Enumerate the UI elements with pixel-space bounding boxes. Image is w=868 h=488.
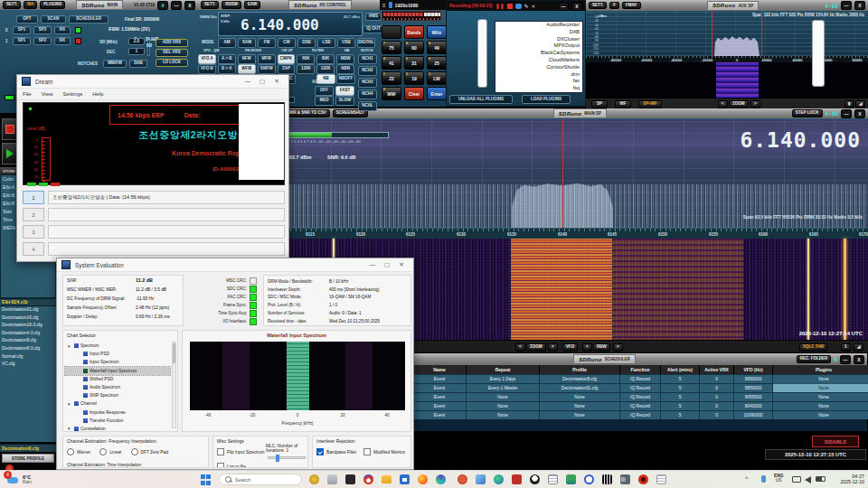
scheduler-cell[interactable]: 5850000 [734,383,773,392]
exw-button[interactable]: EXW [244,1,260,9]
resize-handle-icon[interactable]: ◢ [855,100,865,108]
scheduler-header-cell[interactable]: Profile [540,365,620,374]
tray-expand-chevron-icon[interactable]: ^ [745,475,748,482]
minimize-button[interactable]: — [840,355,851,364]
squelch-threshold-button[interactable]: SQLC THR [799,343,827,352]
pin-icon[interactable] [389,2,392,8]
checkbox-icon[interactable] [217,448,224,455]
agc-button[interactable]: MED [315,96,334,106]
agc-button[interactable]: SLOW [335,96,354,106]
language-switcher[interactable]: ENG US [774,474,783,483]
mode-button[interactable]: SAM [238,38,256,48]
scheduler-cell[interactable]: Event [413,383,467,392]
aux-spectrum[interactable]: dBm -30-40-50-60-70-80-90-100-110-120 Sp… [586,11,868,56]
mlc-slider[interactable] [268,456,306,459]
barcode-tray-icon[interactable] [602,474,612,484]
close-icon[interactable]: X [854,355,864,364]
frequency-display[interactable]: STEP: 5 kHz 6.140.000 -82.7 dBm [218,12,363,36]
tuner-tray-icon[interactable] [476,474,486,484]
scheduler-header-cell[interactable]: Active VRX [700,365,734,374]
rms-button[interactable]: RMS [365,13,382,21]
scheduler-header-cell[interactable]: Function [620,365,661,374]
document-tray-icon[interactable] [548,474,558,484]
disable-button[interactable]: DISABLE [812,436,859,447]
scheduler-cell[interactable]: 0 [700,410,734,419]
profile-list-item[interactable]: Decimisation8-3.cfg [0,345,56,353]
scheduler-cell[interactable]: 6040000 [734,401,773,410]
vrx1-sp2-button[interactable]: SP2 [33,37,52,45]
ring-logo-tray-icon[interactable] [584,474,594,484]
scheduler-row[interactable]: EventNoneNoneIQ Record509455000None [413,392,868,401]
plugin-list-item[interactable]: fax [495,78,582,85]
dec-value-field[interactable]: 1 [128,48,145,55]
flip-spectrum-option[interactable]: Flip Input Spectrum [217,448,265,455]
keypad-key[interactable]: Enter [427,87,447,100]
coin-app-icon[interactable] [309,474,319,484]
dab-notch-button[interactable]: DAB [129,60,147,68]
notch-button[interactable]: NCHL [358,101,377,111]
radio-option[interactable]: Wiener [67,448,90,455]
scan-button[interactable]: SCAN [41,15,66,23]
f-button[interactable]: F [609,2,619,10]
keypad-key[interactable]: 625 [427,56,447,70]
settings-button[interactable]: SETT. [589,2,607,10]
agc-button[interactable]: OFF [315,86,334,96]
keypad-key[interactable]: MHz [427,25,447,39]
record-tray-icon[interactable] [638,474,648,484]
tree-item[interactable]: Input Spectrum [65,358,170,366]
scheduler-cell[interactable]: Event [413,374,467,383]
scheduler-cell[interactable]: Decimisation8.cfg [540,374,620,383]
syseval-titlebar[interactable]: System Evaluation — ▢ ✕ [57,258,413,272]
profile-list-item[interactable]: Decimisation4-3.cfg [0,330,56,338]
fmaf-button[interactable]: FMAF [622,2,641,10]
radio-option[interactable]: Linear [99,448,121,455]
chart-selector-tree[interactable]: ▾SpectrumInput PSDInput SpectrumWaterfal… [65,342,170,432]
scheduler-cell[interactable]: Event [413,401,467,410]
service-info-4[interactable] [48,242,285,256]
service-button-1[interactable]: 1 [23,191,44,204]
microsoft-store-icon[interactable] [400,474,410,484]
notch-button[interactable]: NCH1 [358,54,377,64]
maximize-button[interactable]: ▢ [380,261,394,268]
scheduler-cell[interactable]: 5 [661,392,700,401]
plugin-list-item[interactable]: BlackCatSystems [495,50,582,57]
checkbox-icon[interactable] [217,463,224,468]
scheduler-cell[interactable]: IQ Record [620,383,661,392]
scheduler-cell[interactable]: 6950000 [734,374,773,383]
scheduler-header-cell[interactable]: Alert (mins) [661,365,700,374]
microphone-tray-icon[interactable] [761,475,766,483]
radio-option[interactable]: DFT Zero Pad. [131,448,170,455]
scheduler-cell[interactable]: 9455000 [734,392,773,401]
store-profile-button[interactable]: STORE PROFILE [2,454,54,463]
lo-lock-button[interactable]: LO LOCK [156,59,188,67]
service-info-3[interactable] [48,225,285,239]
globe-tray-icon[interactable] [494,474,504,484]
rx-grid-button[interactable]: NBN [336,64,354,74]
battery-tray-icon[interactable] [816,476,826,482]
mode-button[interactable]: USB [337,38,355,48]
terminal-app-icon[interactable] [345,474,355,484]
tree-item[interactable]: Impulse Response [65,408,170,417]
service-button-4[interactable]: 4 [23,242,44,256]
checkbox-icon[interactable] [363,448,371,455]
dec-slider-thumb[interactable] [146,43,152,47]
main-frequency-display[interactable]: 6.140.000 [740,128,861,152]
notes-tray-icon[interactable] [656,474,666,484]
rbw-up-button[interactable]: > [613,343,623,352]
keypad-key[interactable]: Bands [404,25,424,39]
rx-grid-button[interactable]: VFO B [198,64,216,74]
rx-grid-button[interactable]: NBOFF [336,74,355,84]
clock-widget[interactable]: 04:27 2025-12-10 [830,474,864,484]
minimize-button[interactable]: — [241,78,255,85]
service-button-3[interactable]: 3 [23,225,44,239]
tree-scrollbar-thumb[interactable] [173,343,175,363]
bandpass-filter-option[interactable]: Bandpass Filter [316,448,356,455]
scheduler-cell[interactable]: None [540,392,620,401]
rx-grid-button[interactable]: WFM [238,64,256,74]
scheduler-cell[interactable]: IQ Record [620,401,661,410]
scheduler-cell[interactable]: None [467,410,540,419]
scheduler-cell[interactable]: None [540,410,620,419]
notch-button[interactable]: NCH3 [358,78,377,88]
checkbox-checked-icon[interactable] [316,448,324,455]
close-icon[interactable]: X [854,109,865,118]
